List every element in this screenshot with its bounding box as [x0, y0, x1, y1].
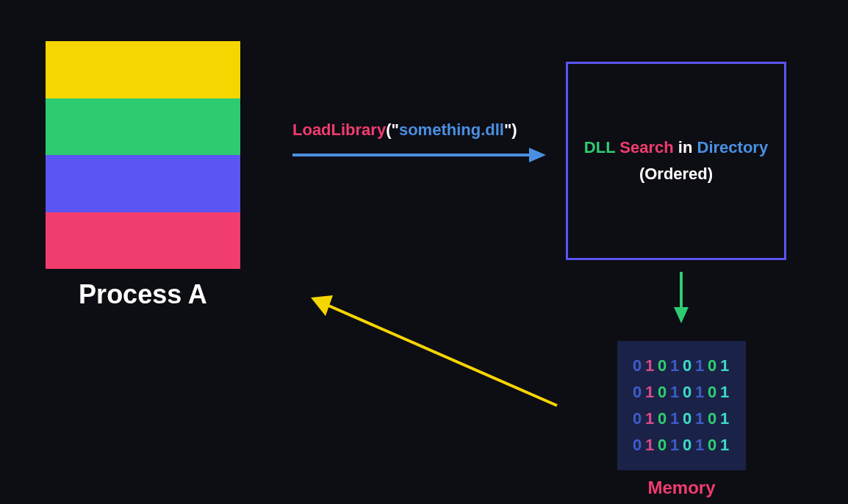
- memory-bit: 1: [720, 356, 730, 375]
- memory-bit: 0: [708, 436, 718, 455]
- memory-row-4: 01010101: [633, 436, 730, 455]
- memory-bit: 1: [720, 436, 730, 455]
- memory-bit: 0: [683, 409, 693, 428]
- memory-bit: 0: [658, 436, 668, 455]
- memory-bit: 0: [633, 383, 643, 402]
- memory-bit: 1: [645, 409, 655, 428]
- search-line2: (Ordered): [639, 165, 713, 184]
- arrow-to-process: [307, 288, 564, 413]
- svg-marker-3: [674, 307, 689, 323]
- process-stripe-1: [46, 41, 240, 98]
- svg-line-4: [322, 303, 557, 406]
- memory-row-3: 01010101: [633, 409, 730, 428]
- memory-bit: 1: [670, 356, 680, 375]
- memory-bit: 0: [683, 356, 693, 375]
- memory-bit: 0: [683, 383, 693, 402]
- memory-box: 01010101 01010101 01010101 01010101: [617, 341, 746, 470]
- memory-bit: 0: [633, 409, 643, 428]
- memory-label: Memory: [617, 478, 746, 498]
- memory-row-2: 01010101: [633, 383, 730, 402]
- memory-bit: 0: [683, 436, 693, 455]
- memory-bit: 1: [670, 383, 680, 402]
- memory-bit: 1: [645, 383, 655, 402]
- memory-bit: 0: [658, 409, 668, 428]
- memory-bit: 0: [658, 356, 668, 375]
- memory-bit: 0: [633, 356, 643, 375]
- memory-row-1: 01010101: [633, 356, 730, 375]
- search-w3: in: [678, 138, 693, 156]
- memory-bit: 1: [645, 356, 655, 375]
- memory-bit: 1: [695, 383, 705, 402]
- memory-bit: 1: [645, 436, 655, 455]
- loadlib-arg: something.dll: [399, 120, 504, 139]
- memory-bit: 1: [695, 436, 705, 455]
- process-stripe-4: [46, 212, 240, 270]
- svg-marker-1: [529, 148, 546, 162]
- memory-bit: 0: [658, 383, 668, 402]
- memory-bit: 0: [708, 356, 718, 375]
- process-stripe-3: [46, 155, 240, 212]
- memory-bit: 1: [695, 356, 705, 375]
- arrow-loadlibrary: [292, 144, 546, 166]
- memory-bit: 0: [708, 409, 718, 428]
- memory-bit: 1: [670, 409, 680, 428]
- memory-bit: 0: [633, 436, 643, 455]
- arrow-to-memory: [670, 272, 692, 323]
- memory-bit: 1: [720, 409, 730, 428]
- loadlib-func: LoadLibrary: [292, 120, 386, 139]
- loadlib-close: "): [504, 120, 517, 139]
- memory-bit: 0: [708, 383, 718, 402]
- search-w4: Directory: [697, 138, 769, 156]
- memory-bit: 1: [670, 436, 680, 455]
- search-w1: DLL: [584, 138, 615, 156]
- process-stripe-2: [46, 98, 240, 156]
- search-line1: DLL Search in Directory: [584, 138, 768, 157]
- loadlibrary-call: LoadLibrary("something.dll"): [292, 120, 517, 140]
- process-label: Process A: [46, 279, 240, 310]
- loadlib-open: (": [386, 120, 399, 139]
- search-w2: Search: [619, 138, 673, 156]
- memory-bit: 1: [695, 409, 705, 428]
- process-box: [46, 41, 240, 269]
- dll-search-box: DLL Search in Directory (Ordered): [566, 62, 786, 260]
- memory-bit: 1: [720, 383, 730, 402]
